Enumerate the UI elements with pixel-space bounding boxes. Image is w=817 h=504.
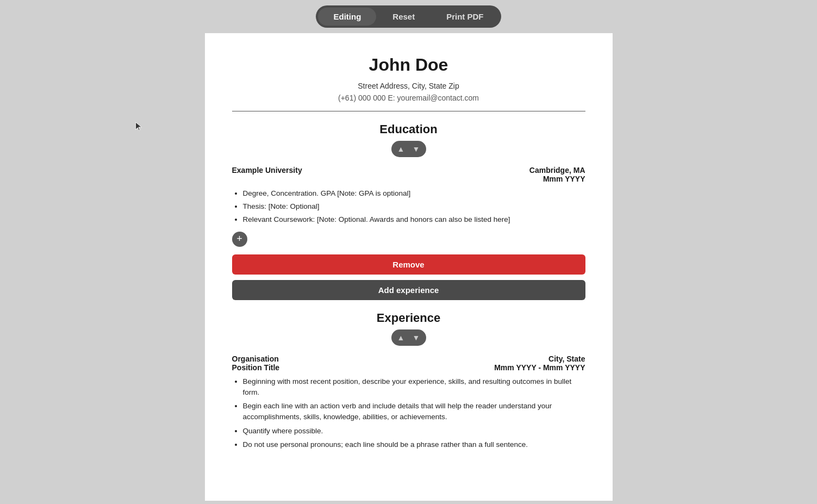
resume-contact[interactable]: (+61) 000 000 E: youremail@contact.com [232,94,585,102]
education-section-title: Education [232,122,585,136]
experience-org-position: Organisation Position Title [232,354,280,372]
experience-section-title: Experience [232,311,585,325]
experience-down-button[interactable]: ▼ [410,331,423,344]
education-institution[interactable]: Example University [232,166,302,175]
exp-bullet-3[interactable]: Quantify where possible. [243,426,585,437]
experience-dates[interactable]: Mmm YYYY - Mmm YYYY [494,363,585,372]
education-down-button[interactable]: ▼ [410,142,423,155]
remove-button[interactable]: Remove [232,254,585,275]
cursor-indicator [135,122,142,132]
education-location[interactable]: Cambridge, MA [529,166,585,175]
experience-organization[interactable]: Organisation [232,354,280,363]
experience-location-dates: City, State Mmm YYYY - Mmm YYYY [494,354,585,372]
education-entry-row: Example University Cambridge, MA Mmm YYY… [232,166,585,183]
education-location-dates: Cambridge, MA Mmm YYYY [529,166,585,183]
resume-container: John Doe Street Address, City, State Zip… [205,33,613,501]
add-experience-button[interactable]: Add experience [232,280,585,300]
experience-bullets: Beginning with most recent position, des… [243,376,585,451]
education-arrow-group: ▲ ▼ [391,141,426,157]
experience-controls: ▲ ▼ [232,329,585,346]
exp-bullet-2[interactable]: Begin each line with an action verb and … [243,401,585,423]
edu-bullet-3[interactable]: Relevant Coursework: [Note: Optional. Aw… [243,215,585,225]
experience-up-button[interactable]: ▲ [395,331,408,344]
edu-bullet-2[interactable]: Thesis: [Note: Optional] [243,202,585,212]
experience-location[interactable]: City, State [494,354,585,363]
toolbar-group: Editing Reset Print PDF [316,5,501,28]
resume-divider [232,111,585,111]
add-bullet-button[interactable]: + [232,232,247,247]
edu-bullet-1[interactable]: Degree, Concentration. GPA [Note: GPA is… [243,189,585,199]
experience-arrow-group: ▲ ▼ [391,329,426,346]
education-controls: ▲ ▼ [232,141,585,157]
experience-position[interactable]: Position Title [232,363,280,372]
education-up-button[interactable]: ▲ [395,142,408,155]
toolbar: Editing Reset Print PDF [0,0,817,33]
resume-address[interactable]: Street Address, City, State Zip [232,82,585,90]
print-button[interactable]: Print PDF [431,8,498,26]
education-dates[interactable]: Mmm YYYY [543,175,585,183]
education-bullets: Degree, Concentration. GPA [Note: GPA is… [243,189,585,225]
reset-button[interactable]: Reset [377,8,430,26]
editing-button[interactable]: Editing [318,8,376,26]
exp-bullet-1[interactable]: Beginning with most recent position, des… [243,376,585,399]
experience-entry-row: Organisation Position Title City, State … [232,354,585,372]
exp-bullet-4[interactable]: Do not use personal pronouns; each line … [243,439,585,450]
resume-name[interactable]: John Doe [232,55,585,75]
